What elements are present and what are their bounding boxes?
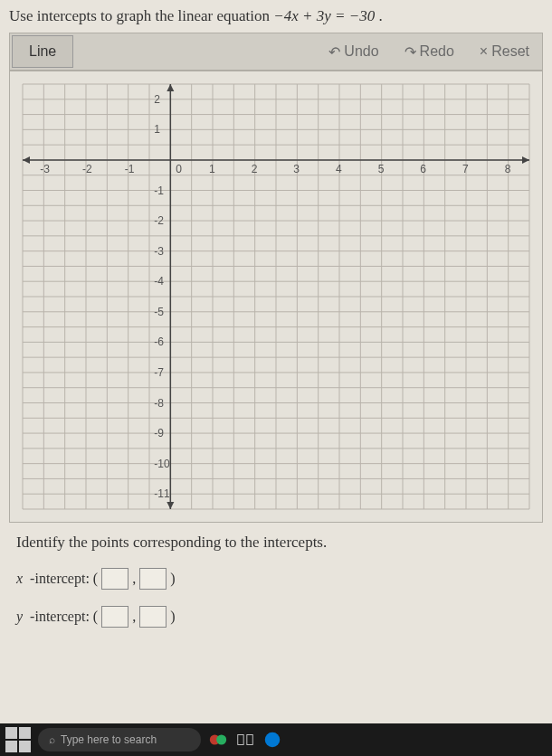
svg-text:-3: -3: [154, 245, 164, 258]
svg-text:3: 3: [293, 163, 300, 175]
identify-instruction: Identify the points corresponding to the…: [16, 534, 536, 552]
svg-text:-1: -1: [154, 184, 164, 197]
svg-marker-59: [167, 502, 174, 509]
svg-text:-6: -6: [154, 335, 164, 348]
windows-taskbar: ⌕ Type here to search: [0, 723, 552, 756]
instruction-suffix: .: [375, 7, 383, 24]
svg-text:0: 0: [176, 163, 182, 175]
undo-label: Undo: [344, 43, 378, 60]
svg-text:6: 6: [420, 163, 426, 175]
svg-marker-58: [167, 84, 174, 91]
instruction-prefix: Use intercepts to graph the linear equat…: [9, 7, 273, 24]
reset-label: Reset: [491, 43, 529, 60]
undo-button[interactable]: ↶ Undo: [316, 43, 391, 61]
graph-toolbar: Line ↶ Undo ↷ Redo × Reset: [9, 33, 543, 71]
redo-label: Redo: [420, 43, 454, 60]
search-placeholder: Type here to search: [61, 733, 157, 746]
svg-text:5: 5: [378, 163, 385, 175]
search-icon: ⌕: [49, 733, 55, 746]
svg-text:-9: -9: [154, 427, 164, 439]
svg-text:-3: -3: [40, 163, 50, 175]
svg-text:-11: -11: [154, 487, 170, 500]
svg-rect-87: [238, 735, 243, 745]
svg-text:-8: -8: [154, 397, 164, 410]
line-tool-button[interactable]: Line: [12, 35, 73, 68]
comma: ,: [132, 571, 136, 587]
redo-button[interactable]: ↷ Redo: [392, 43, 467, 61]
y-intercept-y-input[interactable]: [139, 606, 167, 628]
svg-text:1: 1: [154, 123, 160, 136]
paren: (: [93, 571, 98, 587]
x-intercept-x-input[interactable]: [101, 568, 128, 590]
paren: (: [93, 609, 98, 625]
comma: ,: [132, 609, 136, 625]
svg-text:-7: -7: [154, 366, 164, 379]
taskbar-search[interactable]: ⌕ Type here to search: [38, 728, 201, 751]
equation: −4x + 3y = −30: [273, 7, 375, 24]
svg-text:-2: -2: [82, 163, 92, 175]
svg-text:2: 2: [252, 163, 258, 175]
svg-text:2: 2: [154, 93, 160, 106]
task-view-icon[interactable]: [235, 730, 255, 750]
svg-text:-4: -4: [154, 275, 164, 288]
svg-text:-10: -10: [154, 458, 170, 470]
y-intercept-label: -intercept:: [30, 609, 90, 625]
windows-start-icon[interactable]: [5, 727, 31, 752]
y-intercept-x-input[interactable]: [101, 606, 128, 628]
coordinate-grid[interactable]: -3-2-101234567821-1-2-3-4-5-6-7-8-9-10-1…: [9, 71, 543, 523]
x-intercept-label: -intercept:: [30, 571, 90, 587]
svg-text:8: 8: [505, 163, 511, 175]
svg-point-89: [265, 732, 281, 748]
svg-text:4: 4: [336, 163, 342, 175]
svg-text:-5: -5: [154, 306, 164, 318]
svg-marker-57: [23, 156, 30, 164]
reset-button[interactable]: × Reset: [467, 43, 542, 60]
svg-text:-2: -2: [154, 214, 164, 227]
svg-text:1: 1: [209, 163, 215, 175]
paren: ): [170, 571, 175, 587]
y-intercept-row: y-intercept: ( , ): [16, 606, 536, 628]
x-var: x: [16, 571, 23, 587]
svg-rect-88: [247, 735, 252, 745]
svg-point-86: [216, 735, 226, 745]
redo-icon: ↷: [404, 43, 416, 61]
close-icon: ×: [480, 43, 488, 60]
svg-text:7: 7: [462, 163, 469, 175]
grid-svg: -3-2-101234567821-1-2-3-4-5-6-7-8-9-10-1…: [14, 75, 538, 518]
instruction-text: Use intercepts to graph the linear equat…: [9, 7, 543, 25]
taskbar-app-icon[interactable]: [208, 730, 228, 750]
y-var: y: [16, 609, 23, 625]
svg-marker-56: [522, 156, 529, 164]
x-intercept-y-input[interactable]: [139, 568, 167, 590]
svg-text:-1: -1: [125, 163, 135, 175]
edge-icon[interactable]: [262, 730, 282, 750]
x-intercept-row: x-intercept: ( , ): [16, 568, 536, 590]
undo-icon: ↶: [328, 43, 340, 61]
paren: ): [170, 609, 175, 625]
